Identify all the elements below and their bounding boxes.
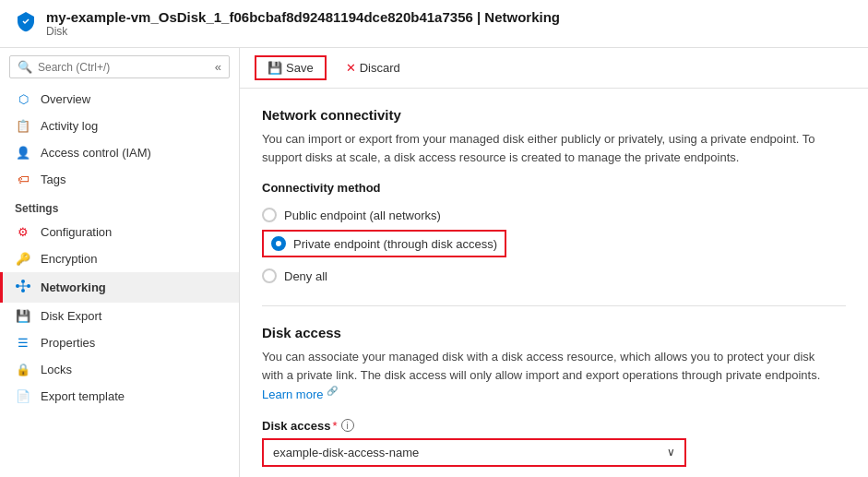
sidebar-item-overview[interactable]: ⬡ Overview bbox=[0, 86, 239, 113]
sidebar-item-activity-log[interactable]: 📋 Activity log bbox=[0, 113, 239, 139]
sidebar-item-disk-export[interactable]: 💾 Disk Export bbox=[0, 303, 239, 329]
save-icon: 💾 bbox=[268, 61, 282, 75]
settings-section-label: Settings bbox=[0, 193, 239, 219]
disk-access-section: Disk access You can associate your manag… bbox=[262, 325, 846, 467]
learn-more-link[interactable]: Learn more 🔗 bbox=[262, 388, 338, 401]
search-container: 🔍 « bbox=[9, 55, 230, 78]
disk-access-value: example-disk-access-name bbox=[273, 446, 419, 459]
radio-deny-circle bbox=[262, 268, 277, 283]
connectivity-method-label: Connectivity method bbox=[262, 181, 846, 195]
properties-icon: ☰ bbox=[15, 336, 31, 350]
export-template-icon: 📄 bbox=[15, 389, 31, 403]
discard-button[interactable]: ✕ Discard bbox=[334, 56, 412, 79]
sidebar-item-encryption[interactable]: 🔑 Encryption bbox=[0, 245, 239, 272]
locks-icon: 🔒 bbox=[15, 363, 31, 376]
sidebar-item-label: Export template bbox=[41, 389, 125, 403]
radio-deny-label: Deny all bbox=[284, 269, 327, 283]
external-link-icon: 🔗 bbox=[327, 386, 338, 396]
page-title: my-example-vm_OsDisk_1_f06bcbaf8d9248119… bbox=[46, 9, 560, 25]
resource-icon bbox=[15, 10, 37, 38]
sidebar-item-label: Disk Export bbox=[41, 309, 101, 323]
page-header: my-example-vm_OsDisk_1_f06bcbaf8d9248119… bbox=[0, 0, 868, 48]
discard-label: Discard bbox=[360, 61, 400, 75]
sidebar-item-label: Activity log bbox=[41, 119, 98, 133]
disk-access-dropdown[interactable]: example-disk-access-name ∨ bbox=[262, 438, 686, 467]
radio-private-endpoint[interactable]: Private endpoint (through disk access) bbox=[262, 230, 506, 257]
disk-access-field-header: Disk access * i bbox=[262, 419, 846, 433]
sidebar-item-label: Overview bbox=[41, 92, 90, 106]
sidebar-item-networking[interactable]: Networking bbox=[0, 272, 239, 303]
sidebar-item-label: Access control (IAM) bbox=[41, 146, 151, 160]
sidebar-item-export-template[interactable]: 📄 Export template bbox=[0, 383, 239, 410]
sidebar-item-properties[interactable]: ☰ Properties bbox=[0, 329, 239, 356]
sidebar-item-label: Tags bbox=[41, 173, 65, 186]
dropdown-arrow-icon: ∨ bbox=[667, 446, 675, 459]
iam-icon: 👤 bbox=[15, 146, 31, 160]
info-icon[interactable]: i bbox=[341, 419, 354, 432]
section-divider bbox=[262, 305, 846, 306]
sidebar-item-tags[interactable]: 🏷 Tags bbox=[0, 166, 239, 193]
radio-private-label: Private endpoint (through disk access) bbox=[293, 237, 497, 251]
disk-access-label: Disk access bbox=[262, 419, 330, 433]
disk-access-title: Disk access bbox=[262, 325, 846, 340]
disk-access-description: You can associate your managed disk with… bbox=[262, 348, 834, 404]
sidebar-item-iam[interactable]: 👤 Access control (IAM) bbox=[0, 139, 239, 166]
main-content: 💾 Save ✕ Discard Network connectivity Yo… bbox=[240, 48, 868, 477]
network-connectivity-section: Network connectivity You can import or e… bbox=[262, 107, 846, 287]
encryption-icon: 🔑 bbox=[15, 252, 31, 266]
radio-public-endpoint[interactable]: Public endpoint (all networks) bbox=[262, 204, 846, 226]
radio-private-circle bbox=[271, 236, 286, 251]
disk-export-icon: 💾 bbox=[15, 309, 31, 323]
activity-log-icon: 📋 bbox=[15, 119, 31, 133]
required-indicator: * bbox=[332, 419, 337, 433]
search-icon: 🔍 bbox=[18, 60, 32, 74]
sidebar-item-label: Networking bbox=[41, 280, 106, 294]
resource-type: Disk bbox=[46, 25, 560, 38]
search-input[interactable] bbox=[38, 61, 167, 74]
sidebar-item-label: Configuration bbox=[41, 225, 112, 239]
network-connectivity-title: Network connectivity bbox=[262, 107, 846, 123]
sidebar-item-locks[interactable]: 🔒 Locks bbox=[0, 356, 239, 383]
save-label: Save bbox=[286, 61, 314, 75]
sidebar-item-label: Locks bbox=[41, 363, 72, 376]
radio-deny-all[interactable]: Deny all bbox=[262, 265, 846, 287]
toolbar: 💾 Save ✕ Discard bbox=[240, 48, 868, 89]
tags-icon: 🏷 bbox=[15, 173, 31, 186]
configuration-icon: ⚙ bbox=[15, 225, 31, 239]
radio-public-circle bbox=[262, 208, 277, 222]
save-button[interactable]: 💾 Save bbox=[255, 55, 327, 80]
collapse-icon[interactable]: « bbox=[215, 60, 221, 74]
networking-icon bbox=[15, 279, 31, 296]
radio-public-label: Public endpoint (all networks) bbox=[284, 209, 441, 222]
sidebar-item-label: Properties bbox=[41, 336, 95, 350]
content-area: Network connectivity You can import or e… bbox=[240, 89, 868, 477]
overview-icon: ⬡ bbox=[15, 92, 31, 106]
body-container: 🔍 « ⬡ Overview 📋 Activity log 👤 Access c… bbox=[0, 48, 868, 477]
discard-icon: ✕ bbox=[346, 61, 356, 75]
network-connectivity-description: You can import or export from your manag… bbox=[262, 130, 834, 166]
connectivity-radio-group: Public endpoint (all networks) Private e… bbox=[262, 204, 846, 287]
sidebar-item-label: Encryption bbox=[41, 252, 97, 266]
sidebar-item-configuration[interactable]: ⚙ Configuration bbox=[0, 219, 239, 245]
sidebar: 🔍 « ⬡ Overview 📋 Activity log 👤 Access c… bbox=[0, 48, 240, 477]
